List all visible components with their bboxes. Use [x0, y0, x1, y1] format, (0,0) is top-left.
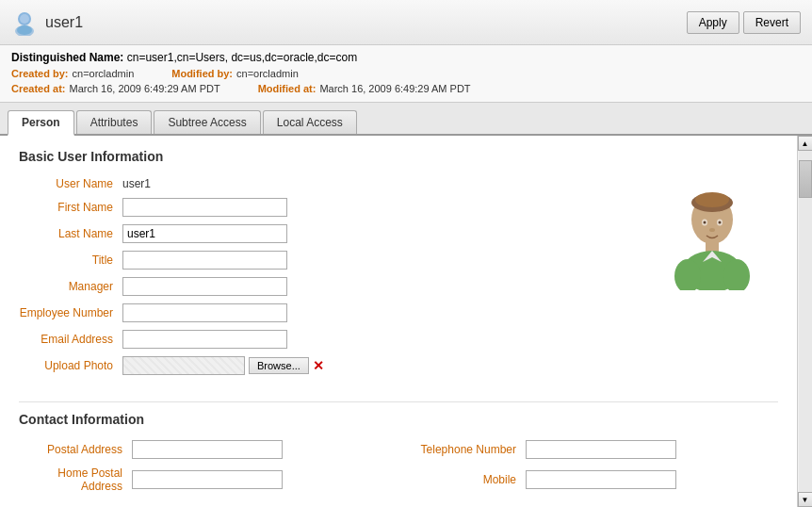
header-left: user1 — [11, 9, 83, 36]
label-manager: Manager — [19, 280, 122, 293]
tab-local-access[interactable]: Local Access — [263, 110, 357, 134]
modified-at-label: Modified at: — [258, 83, 317, 94]
contact-row-postal: Postal Address — [19, 440, 384, 459]
form-row-username: User Name user1 — [19, 177, 627, 190]
svg-point-14 — [709, 228, 715, 232]
label-upload: Upload Photo — [19, 359, 122, 372]
label-postal: Postal Address — [19, 443, 132, 456]
form-fields: User Name user1 First Name Last Name — [19, 177, 627, 383]
page-title: user1 — [45, 14, 83, 31]
input-manager[interactable] — [122, 277, 287, 296]
created-at-value: March 16, 2009 6:49:29 AM PDT — [69, 83, 219, 94]
created-by-value: cn=orcladmin — [73, 68, 135, 79]
modified-by-value: cn=orcladmin — [236, 68, 299, 79]
label-username: User Name — [19, 177, 122, 190]
contact-row-mobile: Mobile — [413, 466, 778, 493]
contact-section: Contact Information Postal Address Telep… — [19, 401, 778, 493]
tab-attributes[interactable]: Attributes — [76, 110, 153, 134]
svg-point-2 — [20, 14, 29, 24]
input-phone[interactable] — [526, 440, 676, 459]
input-firstname[interactable] — [122, 198, 287, 217]
scroll-up-button[interactable]: ▲ — [798, 136, 813, 151]
svg-point-12 — [704, 221, 706, 224]
created-by-label: Created by: — [11, 68, 69, 79]
scrollbar[interactable]: ▲ ▼ — [797, 136, 812, 507]
header-buttons: Apply Revert — [687, 11, 801, 34]
upload-row: Browse... ✕ — [122, 356, 324, 375]
revert-button[interactable]: Revert — [743, 11, 801, 34]
meta-row-2: Created at: March 16, 2009 6:49:29 AM PD… — [11, 83, 801, 94]
basic-info-heading: Basic User Information — [19, 149, 778, 164]
contact-row-homepostal: Home Postal Address — [19, 466, 384, 493]
label-homepostal: Home Postal Address — [19, 466, 132, 493]
input-mobile[interactable] — [526, 470, 676, 489]
dn-value: cn=user1,cn=Users, dc=us,dc=oracle,dc=co… — [127, 51, 357, 64]
svg-point-13 — [719, 221, 722, 224]
content-area: Basic User Information User Name user1 F… — [0, 136, 797, 507]
scroll-track[interactable] — [799, 151, 812, 492]
contact-heading: Contact Information — [19, 412, 778, 427]
browse-button[interactable]: Browse... — [249, 357, 309, 374]
contact-row-phone: Telephone Number — [413, 440, 778, 459]
delete-photo-icon[interactable]: ✕ — [313, 358, 324, 373]
created-at-label: Created at: — [11, 83, 65, 94]
file-input-area[interactable] — [122, 356, 245, 375]
form-row-title: Title — [19, 251, 627, 270]
form-row-firstname: First Name — [19, 198, 627, 217]
form-row-upload: Upload Photo Browse... ✕ — [19, 356, 627, 375]
label-mobile: Mobile — [413, 473, 526, 486]
avatar-area — [646, 177, 778, 383]
dn-label: Distinguished Name: — [11, 51, 123, 64]
modified-at: Modified at: March 16, 2009 6:49:29 AM P… — [258, 83, 471, 94]
form-row-empnum: Employee Number — [19, 303, 627, 322]
form-row-lastname: Last Name — [19, 224, 627, 243]
created-by: Created by: cn=orcladmin — [11, 68, 134, 79]
label-email: Email Address — [19, 333, 122, 346]
header: user1 Apply Revert — [0, 0, 812, 45]
scroll-thumb[interactable] — [799, 160, 812, 198]
meta-row: Created by: cn=orcladmin Modified by: cn… — [11, 68, 801, 79]
input-empnum[interactable] — [122, 303, 287, 322]
contact-grid: Postal Address Telephone Number Home Pos… — [19, 440, 778, 493]
modified-by: Modified by: cn=orcladmin — [171, 68, 299, 79]
user-icon — [11, 9, 38, 36]
input-lastname[interactable] — [122, 224, 287, 243]
svg-point-6 — [695, 192, 729, 207]
input-email[interactable] — [122, 330, 287, 349]
input-postal[interactable] — [132, 440, 283, 459]
svg-point-3 — [17, 25, 32, 35]
form-row-manager: Manager — [19, 277, 627, 296]
apply-button[interactable]: Apply — [687, 11, 739, 34]
dn-row: Distinguished Name: cn=user1,cn=Users, d… — [11, 51, 801, 64]
modified-by-label: Modified by: — [171, 68, 233, 79]
form-row-email: Email Address — [19, 330, 627, 349]
modified-at-value: March 16, 2009 6:49:29 AM PDT — [319, 83, 470, 94]
value-username: user1 — [122, 177, 151, 190]
label-lastname: Last Name — [19, 227, 122, 240]
label-phone: Telephone Number — [413, 443, 526, 456]
avatar — [665, 187, 759, 290]
form-section: User Name user1 First Name Last Name — [19, 177, 778, 383]
main-content: Basic User Information User Name user1 F… — [0, 136, 812, 507]
tab-person[interactable]: Person — [8, 110, 74, 136]
label-title: Title — [19, 254, 122, 267]
input-homepostal[interactable] — [132, 470, 283, 489]
label-empnum: Employee Number — [19, 306, 122, 319]
scroll-down-button[interactable]: ▼ — [798, 492, 813, 507]
dn-section: Distinguished Name: cn=user1,cn=Users, d… — [0, 45, 812, 103]
tab-subtree-access[interactable]: Subtree Access — [154, 110, 260, 134]
input-title[interactable] — [122, 251, 287, 270]
basic-info-section: Basic User Information User Name user1 F… — [19, 149, 778, 383]
tabs: Person Attributes Subtree Access Local A… — [0, 103, 812, 136]
label-firstname: First Name — [19, 201, 122, 214]
created-at: Created at: March 16, 2009 6:49:29 AM PD… — [11, 83, 220, 94]
